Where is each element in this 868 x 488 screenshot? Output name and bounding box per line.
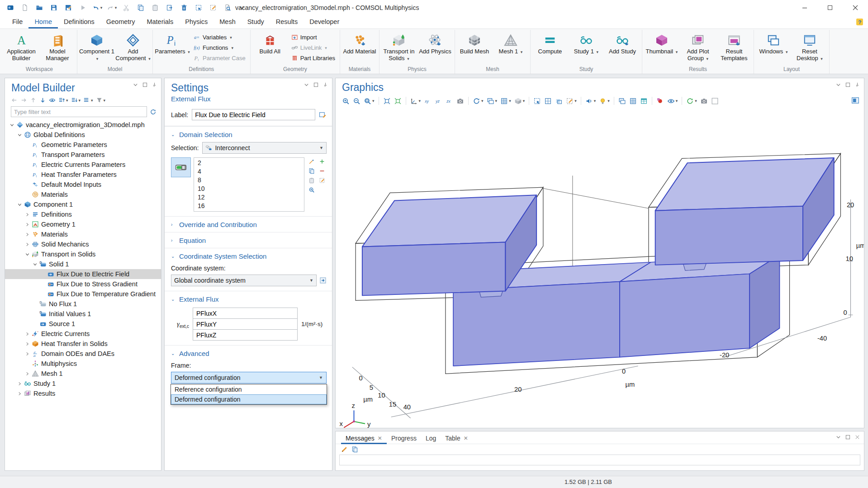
tree-expander-icon[interactable] bbox=[16, 203, 23, 207]
maximize-button[interactable] bbox=[817, 0, 843, 15]
ribbon-button-compute[interactable]: Compute bbox=[532, 30, 568, 66]
refresh-icon[interactable] bbox=[150, 109, 157, 115]
select-options-icon[interactable]: ▾ bbox=[565, 96, 578, 106]
tree-expander-icon[interactable] bbox=[16, 382, 23, 386]
section-override[interactable]: ›Override and Contribution bbox=[165, 216, 332, 232]
ribbon-button-build-all[interactable]: Build All bbox=[252, 30, 288, 66]
tree-item-geometric-parameters[interactable]: PiGeometric Parameters bbox=[5, 140, 161, 150]
table-icon[interactable] bbox=[639, 96, 649, 106]
menu-tab-results[interactable]: Results bbox=[270, 15, 304, 28]
tree-item-default-model-inputs[interactable]: Default Model Inputs bbox=[5, 180, 161, 190]
go-to-source-icon[interactable] bbox=[319, 277, 327, 284]
tree-expander-icon[interactable] bbox=[16, 133, 23, 137]
expand-icon[interactable]: ▾ bbox=[58, 97, 68, 104]
ribbon-button-transport-in-solids[interactable]: Transport in Solids ▾ bbox=[381, 30, 417, 66]
ribbon-button-result-templates[interactable]: Result Templates bbox=[716, 30, 752, 66]
tree-expander-icon[interactable] bbox=[16, 392, 23, 396]
panel-close-icon[interactable] bbox=[854, 434, 860, 440]
domain-item[interactable]: 16 bbox=[198, 202, 300, 210]
view-camera-icon[interactable] bbox=[455, 96, 465, 106]
messages-content[interactable] bbox=[339, 455, 860, 465]
new-file-icon[interactable] bbox=[18, 1, 32, 14]
tree-item-materials[interactable]: Materials bbox=[5, 229, 161, 239]
transparency-icon[interactable] bbox=[554, 96, 564, 106]
delete-icon[interactable] bbox=[177, 1, 191, 14]
tree-item-transport-parameters[interactable]: PiTransport Parameters bbox=[5, 150, 161, 160]
panel-pin-icon[interactable] bbox=[322, 81, 328, 88]
3d-scene[interactable]: 20µm100-40-200510µm1540200µm xyz bbox=[336, 106, 864, 439]
tree-expander-icon[interactable] bbox=[24, 342, 31, 346]
tree-expander-icon[interactable] bbox=[24, 252, 31, 256]
zoom-box-icon[interactable]: ▾ bbox=[363, 96, 375, 106]
find-icon[interactable] bbox=[221, 1, 234, 14]
select-mode-icon[interactable] bbox=[532, 96, 542, 106]
select-box-icon[interactable] bbox=[192, 1, 205, 14]
frame-option-1[interactable]: Reference configuration bbox=[171, 384, 327, 394]
active-toggle-button[interactable] bbox=[171, 157, 191, 177]
tree-expander-icon[interactable] bbox=[24, 372, 31, 376]
run-icon[interactable] bbox=[76, 1, 90, 14]
tree-expander-icon[interactable] bbox=[32, 262, 38, 266]
tree-expander-icon[interactable] bbox=[24, 242, 31, 246]
view-zx-icon[interactable]: zx bbox=[445, 96, 454, 106]
tree-item-results[interactable]: Results bbox=[5, 389, 161, 398]
flux-input-y[interactable] bbox=[193, 318, 298, 330]
menu-tab-home[interactable]: Home bbox=[28, 15, 58, 28]
rotate-view-icon[interactable]: ▾ bbox=[472, 96, 484, 106]
frame-dropdown[interactable]: Deformed configuration ▼ bbox=[171, 372, 327, 384]
copy-selection-icon[interactable] bbox=[307, 167, 316, 175]
tree-expander-icon[interactable] bbox=[24, 223, 31, 227]
ribbon-button-model-manager[interactable]: Model Manager bbox=[39, 30, 76, 66]
ribbon-button-build-mesh[interactable]: Build Mesh bbox=[456, 30, 493, 66]
ribbon-button-add-physics[interactable]: Add Physics bbox=[417, 30, 453, 66]
view-toggle-icon[interactable]: ▾ bbox=[584, 96, 597, 106]
ribbon-button-windows[interactable]: Windows ▾ bbox=[755, 30, 792, 66]
ribbon-button-component-1[interactable]: Component 1 ▾ bbox=[79, 30, 115, 66]
panel-menu-icon[interactable] bbox=[835, 434, 841, 440]
open-icon[interactable] bbox=[33, 1, 46, 14]
show-icon[interactable] bbox=[49, 97, 56, 104]
ribbon-button-add-component[interactable]: Add Component ▾ bbox=[115, 30, 151, 66]
panel-float-icon[interactable] bbox=[142, 81, 148, 88]
tree-item-global-definitions[interactable]: Global Definitions bbox=[5, 130, 161, 140]
coordinate-system-dropdown[interactable]: Global coordinate system ▼ bbox=[171, 275, 317, 286]
ribbon-button-functions[interactable]: f(x)Functions▾ bbox=[192, 44, 247, 52]
save-icon[interactable] bbox=[47, 1, 61, 14]
tree-item-heat-transfer-parameters[interactable]: PiHeat Transfer Parameters bbox=[5, 170, 161, 180]
view-xy-icon[interactable]: xy bbox=[423, 96, 432, 106]
remove-from-selection-icon[interactable] bbox=[318, 167, 327, 175]
node-label-icon[interactable]: ▾ bbox=[83, 97, 93, 104]
domain-item[interactable]: 12 bbox=[198, 193, 300, 202]
panel-menu-icon[interactable] bbox=[835, 81, 841, 88]
filter-icon[interactable]: ▾ bbox=[96, 97, 106, 104]
messages-tab-log[interactable]: Log bbox=[421, 432, 441, 444]
tree-item-electric-currents[interactable]: +-Electric Currents bbox=[5, 329, 161, 339]
domain-item[interactable]: 10 bbox=[198, 185, 300, 193]
ribbon-button-mesh-1[interactable]: Mesh 1 ▾ bbox=[493, 30, 529, 66]
section-equation[interactable]: ›Equation bbox=[165, 232, 332, 248]
tree-item-vacancy-electromigration-3dmodel-mph[interactable]: vacancy_electromigration_3Dmodel.mph bbox=[5, 120, 161, 130]
tree-item-component-1[interactable]: Component 1 bbox=[5, 199, 161, 209]
help-icon[interactable]: ? bbox=[856, 18, 863, 26]
messages-tab-messages[interactable]: Messages✕ bbox=[341, 432, 387, 444]
menu-tab-file[interactable]: File bbox=[6, 15, 28, 28]
hide-options-icon[interactable]: ▾ bbox=[666, 96, 679, 106]
section-domain-selection[interactable]: ⌄Domain Selection bbox=[165, 126, 332, 142]
tree-item-heat-transfer-in-solids[interactable]: Heat Transfer in Solids bbox=[5, 339, 161, 349]
hide-objects-icon[interactable] bbox=[655, 96, 665, 106]
ribbon-button-livelink[interactable]: LiveLink▾ bbox=[290, 44, 337, 52]
ribbon-button-thumbnail[interactable]: Thumbnail ▾ bbox=[644, 30, 680, 66]
tree-item-flux-due-to-electric-field[interactable]: Flux Due to Electric Field bbox=[5, 269, 161, 279]
add-to-selection-icon[interactable] bbox=[318, 157, 327, 166]
close-tab-icon[interactable]: ✕ bbox=[378, 435, 382, 441]
tree-item-solid-mechanics[interactable]: Solid Mechanics bbox=[5, 239, 161, 249]
domain-item[interactable]: 2 bbox=[198, 159, 300, 167]
messages-tab-progress[interactable]: Progress bbox=[387, 432, 421, 444]
close-tab-icon[interactable]: ✕ bbox=[464, 435, 468, 441]
zoom-in-icon[interactable] bbox=[341, 96, 351, 106]
ribbon-button-add-material[interactable]: Add Material bbox=[342, 30, 378, 66]
tree-item-source-1[interactable]: Source 1 bbox=[5, 319, 161, 329]
section-external-flux[interactable]: ⌄External Flux bbox=[165, 291, 332, 307]
go-to-default-view-icon[interactable]: ▾ bbox=[409, 96, 422, 106]
render-options-icon[interactable]: ▾ bbox=[513, 96, 526, 106]
